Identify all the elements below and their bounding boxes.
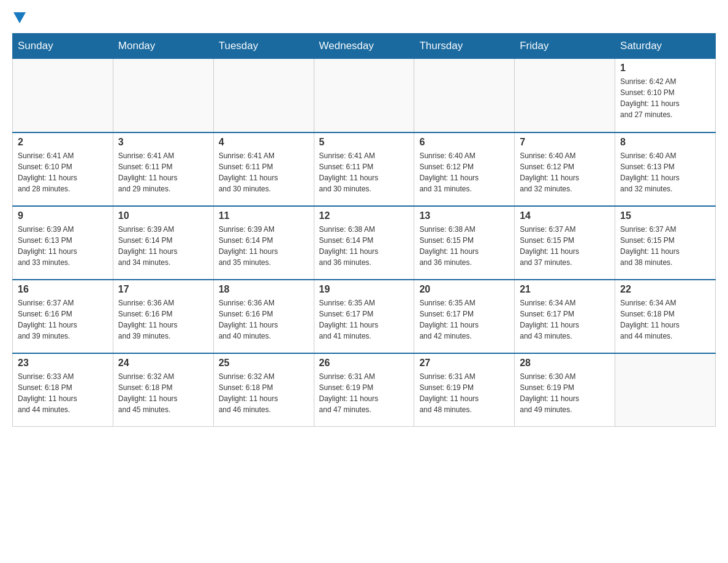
day-info: Sunrise: 6:36 AMSunset: 6:16 PMDaylight:… <box>219 297 309 342</box>
day-number: 19 <box>319 284 409 295</box>
day-header-monday: Monday <box>113 34 213 59</box>
day-info: Sunrise: 6:32 AMSunset: 6:18 PMDaylight:… <box>219 371 309 415</box>
day-info: Sunrise: 6:40 AMSunset: 6:12 PMDaylight:… <box>520 150 610 194</box>
logo <box>12 12 27 23</box>
day-number: 21 <box>520 284 610 295</box>
calendar-cell: 27Sunrise: 6:31 AMSunset: 6:19 PMDayligh… <box>414 353 515 427</box>
calendar-week-row: 2Sunrise: 6:41 AMSunset: 6:10 PMDaylight… <box>13 132 716 206</box>
day-number: 25 <box>219 358 309 369</box>
calendar-cell <box>414 59 515 132</box>
day-info: Sunrise: 6:40 AMSunset: 6:13 PMDaylight:… <box>620 150 710 194</box>
calendar-cell: 5Sunrise: 6:41 AMSunset: 6:11 PMDaylight… <box>314 132 414 206</box>
day-info: Sunrise: 6:42 AMSunset: 6:10 PMDaylight:… <box>620 76 710 120</box>
day-info: Sunrise: 6:41 AMSunset: 6:11 PMDaylight:… <box>219 150 309 194</box>
day-number: 6 <box>419 137 509 148</box>
calendar-cell: 3Sunrise: 6:41 AMSunset: 6:11 PMDaylight… <box>113 132 213 206</box>
calendar-cell: 6Sunrise: 6:40 AMSunset: 6:12 PMDaylight… <box>414 132 515 206</box>
day-info: Sunrise: 6:38 AMSunset: 6:14 PMDaylight:… <box>319 224 409 268</box>
day-info: Sunrise: 6:35 AMSunset: 6:17 PMDaylight:… <box>419 297 509 342</box>
calendar-cell: 9Sunrise: 6:39 AMSunset: 6:13 PMDaylight… <box>13 206 113 280</box>
calendar-week-row: 23Sunrise: 6:33 AMSunset: 6:18 PMDayligh… <box>13 353 716 427</box>
calendar-cell: 7Sunrise: 6:40 AMSunset: 6:12 PMDaylight… <box>515 132 615 206</box>
day-header-tuesday: Tuesday <box>213 34 314 59</box>
day-header-sunday: Sunday <box>13 34 113 59</box>
day-number: 8 <box>620 137 710 148</box>
calendar-cell: 18Sunrise: 6:36 AMSunset: 6:16 PMDayligh… <box>213 280 314 353</box>
day-number: 12 <box>319 210 409 221</box>
page-header <box>12 12 716 23</box>
calendar-cell: 23Sunrise: 6:33 AMSunset: 6:18 PMDayligh… <box>13 353 113 427</box>
day-info: Sunrise: 6:39 AMSunset: 6:14 PMDaylight:… <box>118 224 208 268</box>
day-info: Sunrise: 6:38 AMSunset: 6:15 PMDaylight:… <box>419 224 509 268</box>
day-number: 15 <box>620 210 710 221</box>
day-number: 18 <box>219 284 309 295</box>
logo-triangle-icon <box>13 12 26 23</box>
calendar-cell: 20Sunrise: 6:35 AMSunset: 6:17 PMDayligh… <box>414 280 515 353</box>
calendar-week-row: 1Sunrise: 6:42 AMSunset: 6:10 PMDaylight… <box>13 59 716 132</box>
day-number: 24 <box>118 358 208 369</box>
calendar-cell: 21Sunrise: 6:34 AMSunset: 6:17 PMDayligh… <box>515 280 615 353</box>
calendar-week-row: 9Sunrise: 6:39 AMSunset: 6:13 PMDaylight… <box>13 206 716 280</box>
day-number: 7 <box>520 137 610 148</box>
calendar-cell: 19Sunrise: 6:35 AMSunset: 6:17 PMDayligh… <box>314 280 414 353</box>
day-number: 3 <box>118 137 208 148</box>
calendar-cell <box>314 59 414 132</box>
day-number: 17 <box>118 284 208 295</box>
day-info: Sunrise: 6:30 AMSunset: 6:19 PMDaylight:… <box>520 371 610 415</box>
day-info: Sunrise: 6:37 AMSunset: 6:16 PMDaylight:… <box>18 297 108 342</box>
calendar-cell: 4Sunrise: 6:41 AMSunset: 6:11 PMDaylight… <box>213 132 314 206</box>
day-number: 22 <box>620 284 710 295</box>
day-number: 14 <box>520 210 610 221</box>
calendar-cell: 22Sunrise: 6:34 AMSunset: 6:18 PMDayligh… <box>615 280 716 353</box>
day-number: 13 <box>419 210 509 221</box>
calendar-cell <box>615 353 716 427</box>
calendar-cell: 24Sunrise: 6:32 AMSunset: 6:18 PMDayligh… <box>113 353 213 427</box>
day-info: Sunrise: 6:41 AMSunset: 6:10 PMDaylight:… <box>18 150 108 194</box>
calendar-table: SundayMondayTuesdayWednesdayThursdayFrid… <box>12 33 716 427</box>
day-info: Sunrise: 6:40 AMSunset: 6:12 PMDaylight:… <box>419 150 509 194</box>
day-info: Sunrise: 6:39 AMSunset: 6:13 PMDaylight:… <box>18 224 108 268</box>
calendar-cell <box>515 59 615 132</box>
day-info: Sunrise: 6:36 AMSunset: 6:16 PMDaylight:… <box>118 297 208 342</box>
calendar-cell: 11Sunrise: 6:39 AMSunset: 6:14 PMDayligh… <box>213 206 314 280</box>
day-number: 1 <box>620 63 710 74</box>
calendar-cell <box>13 59 113 132</box>
day-number: 23 <box>18 358 108 369</box>
calendar-cell: 12Sunrise: 6:38 AMSunset: 6:14 PMDayligh… <box>314 206 414 280</box>
day-header-wednesday: Wednesday <box>314 34 414 59</box>
calendar-cell: 28Sunrise: 6:30 AMSunset: 6:19 PMDayligh… <box>515 353 615 427</box>
calendar-cell: 13Sunrise: 6:38 AMSunset: 6:15 PMDayligh… <box>414 206 515 280</box>
day-info: Sunrise: 6:41 AMSunset: 6:11 PMDaylight:… <box>118 150 208 194</box>
day-header-saturday: Saturday <box>615 34 716 59</box>
day-number: 27 <box>419 358 509 369</box>
day-info: Sunrise: 6:31 AMSunset: 6:19 PMDaylight:… <box>319 371 409 415</box>
calendar-cell: 16Sunrise: 6:37 AMSunset: 6:16 PMDayligh… <box>13 280 113 353</box>
day-number: 2 <box>18 137 108 148</box>
calendar-cell: 14Sunrise: 6:37 AMSunset: 6:15 PMDayligh… <box>515 206 615 280</box>
day-number: 20 <box>419 284 509 295</box>
day-number: 28 <box>520 358 610 369</box>
calendar-cell: 10Sunrise: 6:39 AMSunset: 6:14 PMDayligh… <box>113 206 213 280</box>
day-info: Sunrise: 6:32 AMSunset: 6:18 PMDaylight:… <box>118 371 208 415</box>
calendar-header-row: SundayMondayTuesdayWednesdayThursdayFrid… <box>13 34 716 59</box>
day-number: 4 <box>219 137 309 148</box>
day-header-friday: Friday <box>515 34 615 59</box>
day-info: Sunrise: 6:37 AMSunset: 6:15 PMDaylight:… <box>520 224 610 268</box>
day-number: 16 <box>18 284 108 295</box>
day-info: Sunrise: 6:35 AMSunset: 6:17 PMDaylight:… <box>319 297 409 342</box>
calendar-cell: 25Sunrise: 6:32 AMSunset: 6:18 PMDayligh… <box>213 353 314 427</box>
day-info: Sunrise: 6:34 AMSunset: 6:18 PMDaylight:… <box>620 297 710 342</box>
calendar-cell <box>213 59 314 132</box>
calendar-cell: 26Sunrise: 6:31 AMSunset: 6:19 PMDayligh… <box>314 353 414 427</box>
day-number: 11 <box>219 210 309 221</box>
calendar-week-row: 16Sunrise: 6:37 AMSunset: 6:16 PMDayligh… <box>13 280 716 353</box>
day-info: Sunrise: 6:39 AMSunset: 6:14 PMDaylight:… <box>219 224 309 268</box>
day-info: Sunrise: 6:33 AMSunset: 6:18 PMDaylight:… <box>18 371 108 415</box>
day-info: Sunrise: 6:37 AMSunset: 6:15 PMDaylight:… <box>620 224 710 268</box>
day-header-thursday: Thursday <box>414 34 515 59</box>
calendar-cell: 2Sunrise: 6:41 AMSunset: 6:10 PMDaylight… <box>13 132 113 206</box>
day-info: Sunrise: 6:31 AMSunset: 6:19 PMDaylight:… <box>419 371 509 415</box>
calendar-cell <box>113 59 213 132</box>
calendar-cell: 8Sunrise: 6:40 AMSunset: 6:13 PMDaylight… <box>615 132 716 206</box>
day-number: 5 <box>319 137 409 148</box>
